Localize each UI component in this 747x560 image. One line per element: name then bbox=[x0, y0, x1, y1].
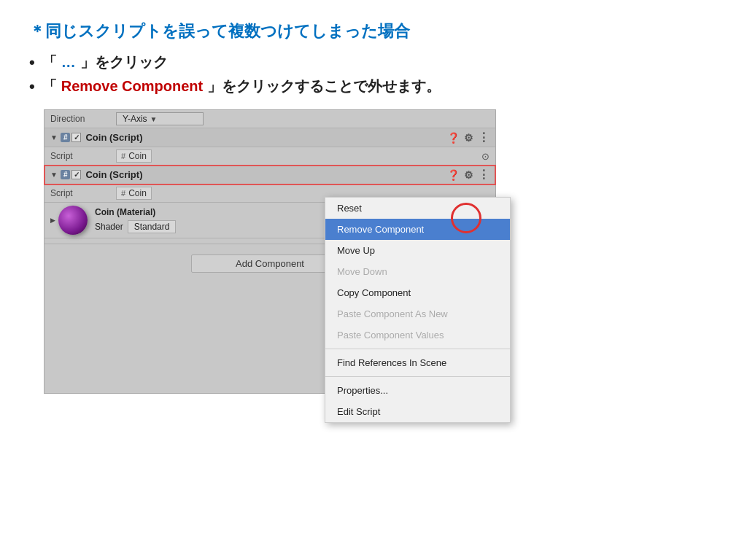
bullet-1-post: 」をクリック bbox=[80, 52, 168, 72]
component2-icons: ❓ ⚙ ⋮ bbox=[447, 168, 489, 182]
context-menu: Reset Remove Component Move Up Move Down… bbox=[325, 197, 511, 423]
component1-header[interactable]: ▼ # ✓ Coin (Script) ❓ ⚙ ⋮ bbox=[44, 128, 495, 147]
bullet-list: 「…」をクリック 「Remove Component」をクリックすることで外せま… bbox=[29, 52, 718, 96]
material-name: Coin (Material) bbox=[95, 207, 176, 217]
component1-hash-icon: # bbox=[61, 133, 71, 142]
menu-item-copy-component[interactable]: Copy Component bbox=[325, 282, 510, 303]
component2-script-value[interactable]: # Coin bbox=[116, 187, 152, 200]
menu-item-find-references[interactable]: Find References In Scene bbox=[325, 352, 510, 373]
component2-expand-icon: ▼ bbox=[50, 171, 58, 179]
page-container: ＊同じスクリプトを誤って複数つけてしまった場合 「…」をクリック 「Remove… bbox=[0, 0, 747, 408]
bullet-2-post: 」をクリックすることで外せます。 bbox=[207, 77, 441, 96]
component1-name: Coin (Script) bbox=[85, 132, 142, 143]
component1-script-label: Script bbox=[50, 151, 116, 161]
direction-label: Direction bbox=[50, 114, 116, 124]
component2-header[interactable]: ▼ # ✓ Coin (Script) ❓ ⚙ ⋮ bbox=[44, 166, 495, 184]
bullet-item-1: 「…」をクリック bbox=[29, 52, 718, 72]
component1-script-hash: # bbox=[121, 152, 125, 160]
component1-settings-icon[interactable]: ⚙ bbox=[464, 132, 473, 144]
menu-item-remove-component[interactable]: Remove Component bbox=[325, 219, 510, 240]
bullet-2-pre: 「 bbox=[42, 77, 57, 96]
component1-help-icon[interactable]: ❓ bbox=[447, 132, 460, 144]
component2-hash-icon: # bbox=[61, 170, 71, 179]
component1-more-icon[interactable]: ⋮ bbox=[478, 131, 489, 144]
component1-script-name: Coin bbox=[128, 151, 147, 161]
direction-text: Y-Axis bbox=[123, 114, 147, 124]
menu-item-edit-script[interactable]: Edit Script bbox=[325, 401, 510, 422]
component2-settings-icon[interactable]: ⚙ bbox=[464, 169, 473, 181]
component1-icons: ❓ ⚙ ⋮ bbox=[447, 131, 489, 144]
direction-row: Direction Y-Axis ▼ bbox=[44, 110, 495, 128]
component2-script-name: Coin bbox=[128, 188, 147, 198]
component2-name: Coin (Script) bbox=[85, 169, 142, 180]
menu-item-reset[interactable]: Reset bbox=[325, 198, 510, 219]
page-title: ＊同じスクリプトを誤って複数つけてしまった場合 bbox=[29, 20, 718, 42]
menu-item-move-down: Move Down bbox=[325, 261, 510, 282]
menu-item-paste-values: Paste Component Values bbox=[325, 324, 510, 346]
menu-divider-2 bbox=[325, 376, 510, 377]
component2-script-hash: # bbox=[121, 189, 125, 198]
component1-script-value[interactable]: # Coin bbox=[116, 149, 152, 163]
component2-more-icon[interactable]: ⋮ bbox=[478, 168, 489, 182]
shader-value[interactable]: Standard bbox=[128, 220, 177, 233]
bullet-1-pre: 「 bbox=[42, 52, 57, 72]
bullet-2-highlight: Remove Component bbox=[61, 78, 203, 95]
component2-help-icon[interactable]: ❓ bbox=[447, 169, 460, 181]
component1-checkbox[interactable]: ✓ bbox=[71, 133, 81, 142]
shader-row: Shader Standard bbox=[95, 220, 176, 233]
shader-label: Shader bbox=[95, 222, 123, 232]
component1-expand-icon: ▼ bbox=[50, 133, 58, 141]
bullet-1-highlight: … bbox=[61, 54, 76, 71]
material-expand-arrow: ▶ bbox=[50, 217, 55, 224]
material-ball bbox=[58, 206, 88, 235]
component1-target-icon: ⊙ bbox=[481, 151, 489, 162]
menu-item-move-up[interactable]: Move Up bbox=[325, 240, 510, 261]
direction-value-field[interactable]: Y-Axis ▼ bbox=[116, 112, 204, 125]
material-info: Coin (Material) Shader Standard bbox=[95, 207, 176, 233]
component1-script-row: Script # Coin ⊙ bbox=[44, 147, 495, 166]
menu-item-properties[interactable]: Properties... bbox=[325, 380, 510, 401]
menu-divider-1 bbox=[325, 349, 510, 349]
component2-script-label: Script bbox=[50, 188, 116, 198]
menu-item-paste-as-new: Paste Component As New bbox=[325, 303, 510, 324]
component2-checkbox[interactable]: ✓ bbox=[71, 170, 81, 179]
direction-dropdown-icon: ▼ bbox=[150, 115, 158, 123]
inspector-area: Direction Y-Axis ▼ ▼ # ✓ Coin (Script) ❓… bbox=[44, 109, 718, 394]
bullet-item-2: 「Remove Component」をクリックすることで外せます。 bbox=[29, 77, 718, 96]
